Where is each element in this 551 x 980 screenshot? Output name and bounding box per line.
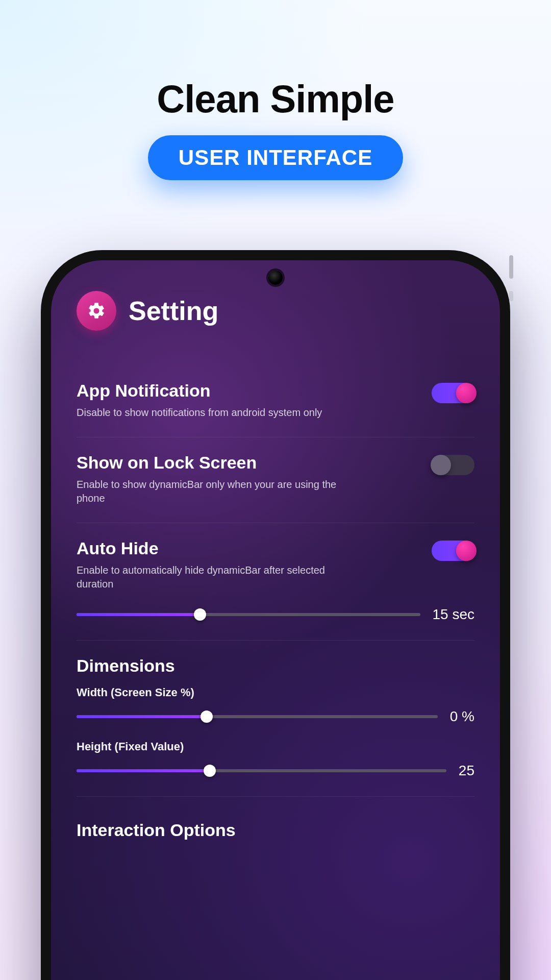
- hero-banner: Clean Simple USER INTERFACE: [0, 77, 551, 180]
- auto-hide-toggle[interactable]: [432, 541, 474, 561]
- width-slider[interactable]: [77, 715, 438, 718]
- app-notification-title: App Notification: [77, 381, 419, 401]
- slider-thumb[interactable]: [194, 608, 206, 621]
- app-notification-sub: Disable to show notifications from andro…: [77, 406, 342, 420]
- auto-hide-sub: Enable to automatically hide dynamicBar …: [77, 564, 342, 591]
- height-value: 25: [459, 763, 474, 779]
- section-lock-screen: Show on Lock Screen Enable to show dynam…: [77, 437, 474, 523]
- section-dimensions: Dimensions Width (Screen Size %) 0 % Hei…: [77, 641, 474, 797]
- toggle-knob: [456, 383, 477, 403]
- auto-hide-title: Auto Hide: [77, 538, 419, 558]
- slider-fill: [77, 613, 200, 616]
- lock-screen-sub: Enable to show dynamicBar only when your…: [77, 478, 342, 505]
- toggle-knob: [456, 541, 477, 561]
- height-slider[interactable]: [77, 769, 446, 772]
- width-label: Width (Screen Size %): [77, 686, 474, 699]
- interaction-title: Interaction Options: [77, 797, 474, 840]
- slider-thumb[interactable]: [204, 765, 216, 777]
- slider-fill: [77, 715, 207, 718]
- hero-pill: USER INTERFACE: [148, 135, 403, 180]
- width-value: 0 %: [450, 708, 474, 725]
- phone-screen: Setting App Notification Disable to show…: [51, 260, 500, 980]
- height-label: Height (Fixed Value): [77, 740, 474, 753]
- lock-screen-title: Show on Lock Screen: [77, 453, 419, 473]
- auto-hide-slider[interactable]: [77, 613, 420, 616]
- slider-fill: [77, 769, 210, 772]
- app-notification-toggle[interactable]: [432, 383, 474, 403]
- front-camera: [268, 271, 283, 285]
- settings-content: App Notification Disable to show notific…: [51, 345, 500, 840]
- dimensions-title: Dimensions: [77, 656, 474, 676]
- toggle-knob: [431, 455, 451, 475]
- gear-icon: [77, 291, 116, 331]
- lock-screen-toggle[interactable]: [432, 455, 474, 475]
- hero-title: Clean Simple: [0, 77, 551, 121]
- phone-frame: Setting App Notification Disable to show…: [41, 250, 510, 980]
- section-app-notification: App Notification Disable to show notific…: [77, 365, 474, 437]
- slider-thumb[interactable]: [201, 710, 213, 723]
- page-title: Setting: [129, 296, 218, 326]
- auto-hide-value: 15 sec: [433, 606, 475, 623]
- section-auto-hide: Auto Hide Enable to automatically hide d…: [77, 523, 474, 641]
